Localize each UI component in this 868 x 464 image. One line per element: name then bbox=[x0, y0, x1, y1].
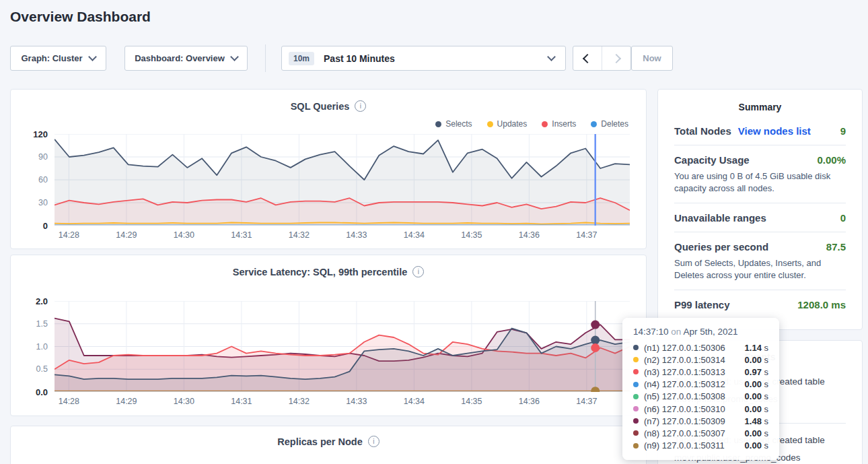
node-color-dot-icon bbox=[633, 394, 639, 399]
x-axis-tick: 14:32 bbox=[289, 397, 310, 406]
service-latency-title-row: Service Latency: SQL, 99th percentile i bbox=[11, 266, 646, 277]
now-button-label: Now bbox=[643, 53, 661, 63]
summary-row-capacity-usage: Capacity Usage 0.00% You are using 0 B o… bbox=[658, 145, 862, 203]
now-button[interactable]: Now bbox=[631, 46, 673, 71]
node-latency-value: 0.00 s bbox=[745, 391, 768, 401]
x-axis-tick: 14:37 bbox=[576, 230, 597, 240]
toolbar-divider bbox=[265, 44, 266, 72]
legend-dot-icon bbox=[591, 121, 597, 127]
chevron-down-icon bbox=[88, 53, 97, 61]
summary-value: 9 bbox=[840, 125, 846, 137]
tooltip-row: (n6) 127.0.0.1:503100.00 s bbox=[633, 403, 768, 415]
node-latency-value: 0.00 s bbox=[745, 404, 768, 414]
summary-row-total-nodes: Total Nodes View nodes list 9 bbox=[658, 117, 862, 145]
node-address: (n9) 127.0.0.1:50311 bbox=[644, 440, 725, 451]
node-color-dot-icon bbox=[633, 406, 639, 411]
service-latency-chart[interactable] bbox=[55, 301, 630, 392]
summary-description: Sum of Selects, Updates, Inserts, and De… bbox=[674, 257, 846, 281]
replicas-title-row: Replicas per Node i bbox=[11, 436, 646, 447]
time-range-label: Past 10 Minutes bbox=[324, 53, 542, 64]
sql-queries-chart[interactable] bbox=[55, 134, 630, 226]
prev-range-button[interactable] bbox=[573, 46, 602, 70]
node-address: (n3) 127.0.0.1:50313 bbox=[644, 367, 725, 377]
node-latency-value: 0.97 s bbox=[745, 367, 768, 377]
next-range-button[interactable] bbox=[602, 46, 630, 70]
summary-value: 87.5 bbox=[826, 241, 846, 253]
node-address: (n8) 127.0.0.1:50307 bbox=[644, 428, 725, 438]
info-icon[interactable]: i bbox=[412, 266, 424, 277]
legend-item: Inserts bbox=[542, 119, 576, 129]
node-address: (n7) 127.0.0.1:50309 bbox=[644, 416, 725, 426]
summary-value: 0 bbox=[840, 212, 846, 224]
summary-row-p99-latency: P99 latency 1208.0 ms bbox=[658, 290, 862, 319]
info-icon[interactable]: i bbox=[355, 100, 366, 112]
time-range-selector[interactable]: 10m Past 10 Minutes bbox=[281, 46, 566, 71]
summary-label: P99 latency bbox=[674, 299, 730, 310]
node-address: (n5) 127.0.0.1:50308 bbox=[644, 391, 725, 401]
time-range-badge: 10m bbox=[289, 52, 314, 65]
tooltip-row: (n3) 127.0.0.1:503130.97 s bbox=[633, 366, 768, 378]
legend-label: Updates bbox=[497, 119, 528, 129]
node-latency-value: 1.14 s bbox=[745, 343, 768, 353]
summary-value: 1208.0 ms bbox=[797, 299, 846, 310]
sql-queries-title-row: SQL Queries i bbox=[11, 100, 646, 112]
node-color-dot-icon bbox=[633, 345, 639, 350]
x-axis-tick: 14:33 bbox=[346, 397, 367, 406]
summary-row-queries-per-second: Queries per second 87.5 Sum of Selects, … bbox=[658, 232, 862, 290]
legend-dot-icon bbox=[542, 121, 548, 127]
y-axis-tick: 30 bbox=[11, 198, 48, 207]
summary-title: Summary bbox=[658, 102, 862, 112]
info-icon[interactable]: i bbox=[368, 436, 379, 447]
sql-queries-legend: SelectsUpdatesInsertsDeletes bbox=[435, 119, 628, 129]
x-axis-tick: 14:30 bbox=[174, 230, 194, 240]
y-axis-tick: 1.5 bbox=[11, 319, 48, 329]
summary-label: Queries per second bbox=[674, 241, 768, 253]
legend-item: Deletes bbox=[591, 119, 628, 129]
legend-label: Inserts bbox=[552, 119, 576, 129]
summary-value: 0.00% bbox=[817, 154, 846, 166]
x-axis-tick: 14:35 bbox=[461, 230, 482, 240]
graph-dropdown-label: Graph: Cluster bbox=[21, 53, 82, 63]
tooltip-date: Apr 5th, 2021 bbox=[683, 327, 737, 337]
legend-dot-icon bbox=[487, 121, 493, 127]
chevron-right-icon bbox=[612, 53, 621, 63]
tooltip-row: (n1) 127.0.0.1:503061.14 s bbox=[633, 341, 768, 354]
overview-dashboard-page: { "page": {"title": "Overview Dashboard"… bbox=[0, 0, 868, 464]
chevron-down-icon bbox=[547, 53, 556, 61]
x-axis-tick: 14:30 bbox=[174, 397, 194, 406]
x-axis-tick: 14:33 bbox=[346, 230, 367, 240]
graph-dropdown[interactable]: Graph: Cluster bbox=[10, 46, 106, 71]
tooltip-row: (n2) 127.0.0.1:503140.00 s bbox=[633, 354, 768, 366]
node-color-dot-icon bbox=[633, 382, 639, 387]
x-axis-tick: 14:28 bbox=[59, 397, 79, 406]
y-axis-tick: 0.0 bbox=[11, 387, 48, 397]
replicas-per-node-card: Replicas per Node i bbox=[10, 426, 647, 464]
x-axis-tick: 14:29 bbox=[116, 397, 137, 406]
summary-label: Total Nodes bbox=[674, 125, 731, 137]
view-nodes-list-link[interactable]: View nodes list bbox=[738, 125, 811, 137]
node-color-dot-icon bbox=[633, 430, 639, 436]
tooltip-time: 14:37:10 bbox=[633, 327, 669, 337]
tooltip-timestamp: 14:37:10 on Apr 5th, 2021 bbox=[633, 327, 768, 337]
node-latency-value: 0.00 s bbox=[745, 428, 768, 438]
node-address: (n6) 127.0.0.1:50310 bbox=[644, 404, 725, 414]
y-axis-tick: 0.5 bbox=[11, 364, 48, 374]
y-axis-tick: 90 bbox=[11, 152, 48, 162]
chevron-left-icon bbox=[583, 53, 592, 63]
x-axis-tick: 14:37 bbox=[576, 397, 597, 406]
legend-label: Deletes bbox=[601, 119, 628, 129]
legend-dot-icon bbox=[435, 121, 441, 127]
legend-label: Selects bbox=[445, 119, 472, 129]
dashboard-dropdown-label: Dashboard: Overview bbox=[135, 53, 225, 63]
y-axis-tick: 2.0 bbox=[11, 296, 48, 306]
y-axis-tick: 1.0 bbox=[11, 342, 48, 352]
dashboard-dropdown[interactable]: Dashboard: Overview bbox=[124, 46, 248, 71]
summary-label: Capacity Usage bbox=[674, 154, 750, 166]
tooltip-node-list: (n1) 127.0.0.1:503061.14 s(n2) 127.0.0.1… bbox=[633, 341, 768, 452]
x-axis-tick: 14:31 bbox=[231, 230, 252, 240]
chart-title: SQL Queries bbox=[291, 101, 350, 112]
node-latency-value: 0.00 s bbox=[745, 440, 768, 451]
chart-title: Replicas per Node bbox=[277, 436, 363, 447]
x-axis-tick: 14:29 bbox=[116, 230, 137, 240]
y-axis-tick: 120 bbox=[11, 129, 48, 139]
